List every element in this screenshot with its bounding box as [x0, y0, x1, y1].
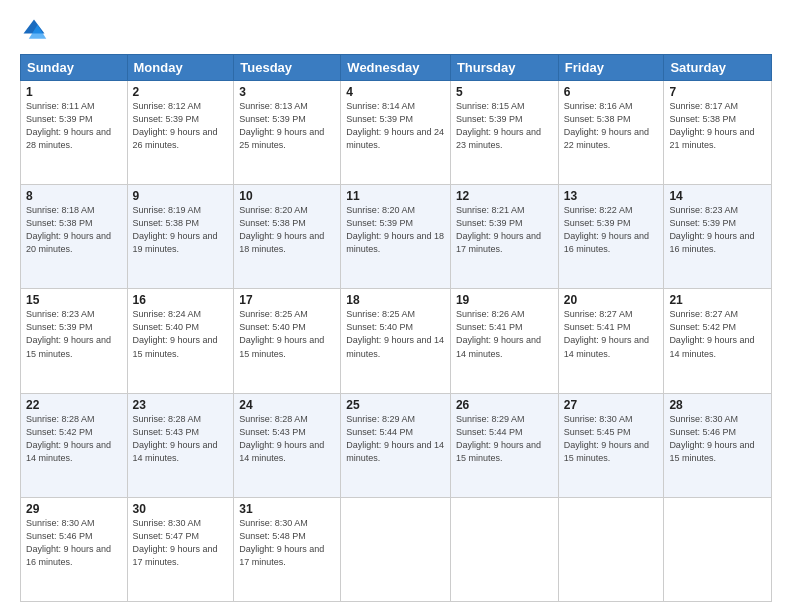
- day-number: 17: [239, 293, 335, 307]
- day-cell: 8 Sunrise: 8:18 AMSunset: 5:38 PMDayligh…: [21, 185, 128, 289]
- day-cell: 2 Sunrise: 8:12 AMSunset: 5:39 PMDayligh…: [127, 81, 234, 185]
- day-number: 5: [456, 85, 553, 99]
- day-info: Sunrise: 8:20 AMSunset: 5:39 PMDaylight:…: [346, 205, 444, 254]
- week-row-4: 22 Sunrise: 8:28 AMSunset: 5:42 PMDaylig…: [21, 393, 772, 497]
- day-cell: 21 Sunrise: 8:27 AMSunset: 5:42 PMDaylig…: [664, 289, 772, 393]
- day-info: Sunrise: 8:23 AMSunset: 5:39 PMDaylight:…: [26, 309, 111, 358]
- day-cell: 31 Sunrise: 8:30 AMSunset: 5:48 PMDaylig…: [234, 497, 341, 601]
- day-number: 12: [456, 189, 553, 203]
- day-cell: 11 Sunrise: 8:20 AMSunset: 5:39 PMDaylig…: [341, 185, 451, 289]
- day-info: Sunrise: 8:30 AMSunset: 5:48 PMDaylight:…: [239, 518, 324, 567]
- calendar-body: 1 Sunrise: 8:11 AMSunset: 5:39 PMDayligh…: [21, 81, 772, 602]
- day-info: Sunrise: 8:25 AMSunset: 5:40 PMDaylight:…: [239, 309, 324, 358]
- day-info: Sunrise: 8:28 AMSunset: 5:43 PMDaylight:…: [133, 414, 218, 463]
- day-cell: 26 Sunrise: 8:29 AMSunset: 5:44 PMDaylig…: [450, 393, 558, 497]
- day-info: Sunrise: 8:13 AMSunset: 5:39 PMDaylight:…: [239, 101, 324, 150]
- week-row-2: 8 Sunrise: 8:18 AMSunset: 5:38 PMDayligh…: [21, 185, 772, 289]
- day-info: Sunrise: 8:19 AMSunset: 5:38 PMDaylight:…: [133, 205, 218, 254]
- day-cell: 19 Sunrise: 8:26 AMSunset: 5:41 PMDaylig…: [450, 289, 558, 393]
- day-number: 28: [669, 398, 766, 412]
- day-info: Sunrise: 8:25 AMSunset: 5:40 PMDaylight:…: [346, 309, 444, 358]
- day-cell: 4 Sunrise: 8:14 AMSunset: 5:39 PMDayligh…: [341, 81, 451, 185]
- day-info: Sunrise: 8:11 AMSunset: 5:39 PMDaylight:…: [26, 101, 111, 150]
- day-info: Sunrise: 8:29 AMSunset: 5:44 PMDaylight:…: [346, 414, 444, 463]
- day-number: 27: [564, 398, 659, 412]
- day-cell: 14 Sunrise: 8:23 AMSunset: 5:39 PMDaylig…: [664, 185, 772, 289]
- day-info: Sunrise: 8:23 AMSunset: 5:39 PMDaylight:…: [669, 205, 754, 254]
- day-info: Sunrise: 8:14 AMSunset: 5:39 PMDaylight:…: [346, 101, 444, 150]
- day-cell: 25 Sunrise: 8:29 AMSunset: 5:44 PMDaylig…: [341, 393, 451, 497]
- day-cell: [664, 497, 772, 601]
- day-info: Sunrise: 8:28 AMSunset: 5:42 PMDaylight:…: [26, 414, 111, 463]
- day-number: 3: [239, 85, 335, 99]
- day-number: 19: [456, 293, 553, 307]
- day-cell: 12 Sunrise: 8:21 AMSunset: 5:39 PMDaylig…: [450, 185, 558, 289]
- day-number: 13: [564, 189, 659, 203]
- day-number: 22: [26, 398, 122, 412]
- day-info: Sunrise: 8:27 AMSunset: 5:41 PMDaylight:…: [564, 309, 649, 358]
- day-info: Sunrise: 8:22 AMSunset: 5:39 PMDaylight:…: [564, 205, 649, 254]
- day-number: 29: [26, 502, 122, 516]
- day-cell: 17 Sunrise: 8:25 AMSunset: 5:40 PMDaylig…: [234, 289, 341, 393]
- day-number: 2: [133, 85, 229, 99]
- day-info: Sunrise: 8:26 AMSunset: 5:41 PMDaylight:…: [456, 309, 541, 358]
- day-header-sunday: Sunday: [21, 55, 128, 81]
- day-cell: 13 Sunrise: 8:22 AMSunset: 5:39 PMDaylig…: [558, 185, 664, 289]
- day-cell: 24 Sunrise: 8:28 AMSunset: 5:43 PMDaylig…: [234, 393, 341, 497]
- day-cell: 9 Sunrise: 8:19 AMSunset: 5:38 PMDayligh…: [127, 185, 234, 289]
- day-header-saturday: Saturday: [664, 55, 772, 81]
- day-cell: 28 Sunrise: 8:30 AMSunset: 5:46 PMDaylig…: [664, 393, 772, 497]
- day-number: 8: [26, 189, 122, 203]
- day-info: Sunrise: 8:27 AMSunset: 5:42 PMDaylight:…: [669, 309, 754, 358]
- day-number: 18: [346, 293, 445, 307]
- week-row-1: 1 Sunrise: 8:11 AMSunset: 5:39 PMDayligh…: [21, 81, 772, 185]
- day-info: Sunrise: 8:15 AMSunset: 5:39 PMDaylight:…: [456, 101, 541, 150]
- calendar-table: SundayMondayTuesdayWednesdayThursdayFrid…: [20, 54, 772, 602]
- day-cell: [341, 497, 451, 601]
- day-cell: 22 Sunrise: 8:28 AMSunset: 5:42 PMDaylig…: [21, 393, 128, 497]
- day-number: 30: [133, 502, 229, 516]
- day-number: 31: [239, 502, 335, 516]
- day-number: 7: [669, 85, 766, 99]
- day-info: Sunrise: 8:20 AMSunset: 5:38 PMDaylight:…: [239, 205, 324, 254]
- day-number: 26: [456, 398, 553, 412]
- day-number: 21: [669, 293, 766, 307]
- day-header-tuesday: Tuesday: [234, 55, 341, 81]
- day-cell: 5 Sunrise: 8:15 AMSunset: 5:39 PMDayligh…: [450, 81, 558, 185]
- day-number: 4: [346, 85, 445, 99]
- day-cell: 30 Sunrise: 8:30 AMSunset: 5:47 PMDaylig…: [127, 497, 234, 601]
- day-number: 24: [239, 398, 335, 412]
- day-cell: 1 Sunrise: 8:11 AMSunset: 5:39 PMDayligh…: [21, 81, 128, 185]
- day-number: 6: [564, 85, 659, 99]
- day-header-thursday: Thursday: [450, 55, 558, 81]
- week-row-5: 29 Sunrise: 8:30 AMSunset: 5:46 PMDaylig…: [21, 497, 772, 601]
- day-info: Sunrise: 8:30 AMSunset: 5:46 PMDaylight:…: [669, 414, 754, 463]
- day-number: 20: [564, 293, 659, 307]
- day-number: 11: [346, 189, 445, 203]
- day-cell: 29 Sunrise: 8:30 AMSunset: 5:46 PMDaylig…: [21, 497, 128, 601]
- calendar-header-row: SundayMondayTuesdayWednesdayThursdayFrid…: [21, 55, 772, 81]
- day-header-wednesday: Wednesday: [341, 55, 451, 81]
- day-number: 10: [239, 189, 335, 203]
- day-cell: 10 Sunrise: 8:20 AMSunset: 5:38 PMDaylig…: [234, 185, 341, 289]
- day-info: Sunrise: 8:30 AMSunset: 5:46 PMDaylight:…: [26, 518, 111, 567]
- day-info: Sunrise: 8:29 AMSunset: 5:44 PMDaylight:…: [456, 414, 541, 463]
- day-cell: [558, 497, 664, 601]
- day-number: 25: [346, 398, 445, 412]
- day-number: 9: [133, 189, 229, 203]
- day-cell: 15 Sunrise: 8:23 AMSunset: 5:39 PMDaylig…: [21, 289, 128, 393]
- day-info: Sunrise: 8:17 AMSunset: 5:38 PMDaylight:…: [669, 101, 754, 150]
- page: SundayMondayTuesdayWednesdayThursdayFrid…: [0, 0, 792, 612]
- day-number: 14: [669, 189, 766, 203]
- day-info: Sunrise: 8:28 AMSunset: 5:43 PMDaylight:…: [239, 414, 324, 463]
- day-cell: 7 Sunrise: 8:17 AMSunset: 5:38 PMDayligh…: [664, 81, 772, 185]
- day-cell: 16 Sunrise: 8:24 AMSunset: 5:40 PMDaylig…: [127, 289, 234, 393]
- day-cell: 23 Sunrise: 8:28 AMSunset: 5:43 PMDaylig…: [127, 393, 234, 497]
- day-info: Sunrise: 8:16 AMSunset: 5:38 PMDaylight:…: [564, 101, 649, 150]
- day-number: 1: [26, 85, 122, 99]
- logo: [20, 16, 52, 44]
- day-cell: 27 Sunrise: 8:30 AMSunset: 5:45 PMDaylig…: [558, 393, 664, 497]
- week-row-3: 15 Sunrise: 8:23 AMSunset: 5:39 PMDaylig…: [21, 289, 772, 393]
- day-cell: 20 Sunrise: 8:27 AMSunset: 5:41 PMDaylig…: [558, 289, 664, 393]
- header: [20, 16, 772, 44]
